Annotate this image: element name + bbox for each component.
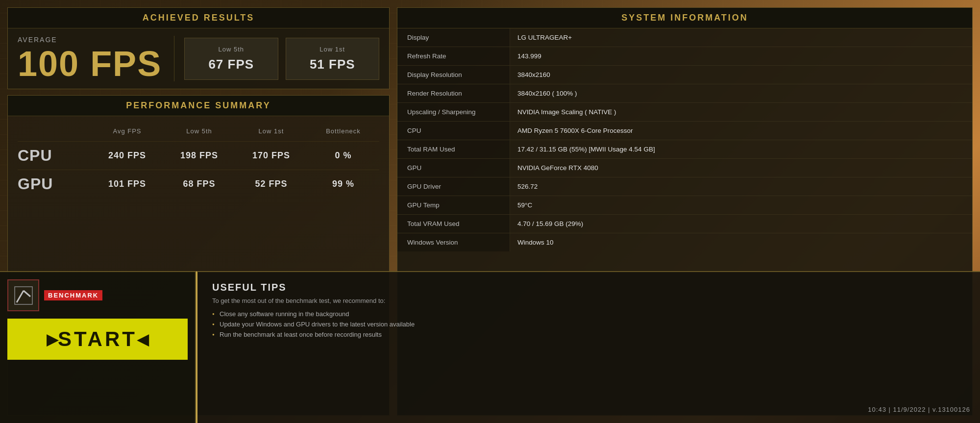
low5th-box: Low 5th 67 FPS	[184, 38, 278, 80]
tips-list: Close any software running in the backgr…	[212, 310, 965, 338]
benchmark-logo-area: BENCHMARK	[7, 279, 188, 311]
low1st-label: Low 1st	[296, 46, 369, 53]
gpu-label: GPU	[18, 175, 91, 193]
cpu-low1: 170 FPS	[235, 150, 307, 161]
sysinfo-row-ram: Total RAM Used 17.42 / 31.15 GB (55%) [M…	[397, 140, 972, 159]
sysinfo-row-upscaling: Upscaling / Sharpening NVIDIA Image Scal…	[397, 103, 972, 122]
benchmark-icon	[7, 279, 39, 311]
gpu-low5: 68 FPS	[163, 179, 235, 189]
sysinfo-val-cpu: AMD Ryzen 5 7600X 6-Core Processor	[510, 122, 972, 140]
sysinfo-row-cpu: CPU AMD Ryzen 5 7600X 6-Core Processor	[397, 122, 972, 140]
start-label: START	[58, 327, 137, 351]
sysinfo-key-ram: Total RAM Used	[397, 140, 510, 158]
sysinfo-val-ram: 17.42 / 31.15 GB (55%) [MWII Usage 4.54 …	[510, 140, 972, 158]
tip-1: Close any software running in the backgr…	[212, 310, 965, 318]
start-arrow-left: ▶	[47, 331, 58, 348]
achieved-results-content: AVERAGE 100 FPS Low 5th 67 FPS Low 1st 5…	[8, 28, 389, 89]
sysinfo-key-display: Display	[397, 28, 510, 47]
sysinfo-val-render-res: 3840x2160 ( 100% )	[510, 84, 972, 102]
benchmark-logo-svg	[14, 286, 33, 305]
sysinfo-key-gpu-driver: GPU Driver	[397, 177, 510, 196]
low5th-value: 67 FPS	[195, 57, 268, 72]
sysinfo-key-refresh: Refresh Rate	[397, 47, 510, 65]
sysinfo-key-windows: Windows Version	[397, 233, 510, 251]
footer-date: 11/9/2022	[893, 406, 926, 413]
bottom-bar: BENCHMARK ▶ START ◀ USEFUL TIPS To get t…	[0, 271, 980, 423]
useful-tips-area: USEFUL TIPS To get the most out of the b…	[196, 271, 980, 423]
footer-separator1: |	[889, 406, 893, 413]
sysinfo-key-display-res: Display Resolution	[397, 66, 510, 84]
system-information-title: SYSTEM INFORMATION	[621, 13, 748, 23]
sysinfo-val-upscaling: NVIDIA Image Scaling ( NATIVE )	[510, 103, 972, 121]
fps-boxes: Low 5th 67 FPS Low 1st 51 FPS	[184, 38, 379, 80]
sysinfo-val-windows: Windows 10	[510, 233, 972, 251]
cpu-low5: 198 FPS	[163, 150, 235, 161]
performance-row-cpu: CPU 240 FPS 198 FPS 170 FPS 0 %	[18, 141, 379, 170]
svg-line-1	[17, 291, 24, 302]
footer-separator2: |	[928, 406, 932, 413]
low1st-box: Low 1st 51 FPS	[286, 38, 380, 80]
performance-summary-content: PERFORMANCE SUMMARY Avg FPS Low 5th Low …	[8, 96, 389, 205]
sysinfo-key-gpu-temp: GPU Temp	[397, 196, 510, 214]
sysinfo-row-gpu-driver: GPU Driver 526.72	[397, 177, 972, 196]
svg-line-2	[24, 291, 30, 297]
sysinfo-row-vram: Total VRAM Used 4.70 / 15.69 GB (29%)	[397, 215, 972, 233]
average-label: AVERAGE	[18, 36, 164, 44]
sysinfo-row-gpu: GPU NVIDIA GeForce RTX 4080	[397, 159, 972, 177]
sysinfo-row-windows: Windows Version Windows 10	[397, 233, 972, 251]
benchmark-sidebar: BENCHMARK ▶ START ◀	[0, 271, 196, 423]
useful-tips-title: USEFUL TIPS	[212, 282, 965, 293]
footer-time: 10:43	[868, 406, 886, 413]
footer-version: v.13100126	[932, 406, 970, 413]
sysinfo-key-cpu: CPU	[397, 122, 510, 140]
col-bottleneck: Bottleneck	[307, 127, 379, 135]
sysinfo-val-display: LG ULTRAGEAR+	[510, 28, 972, 47]
col-low1: Low 1st	[235, 127, 307, 135]
gpu-avg-fps: 101 FPS	[91, 179, 163, 189]
achieved-results-panel: ACHIEVED RESULTS AVERAGE 100 FPS Low 5th…	[7, 7, 390, 89]
performance-summary-title: PERFORMANCE SUMMARY	[126, 100, 270, 110]
performance-table-header: Avg FPS Low 5th Low 1st Bottleneck	[18, 124, 379, 139]
col-low5: Low 5th	[163, 127, 235, 135]
sysinfo-row-render-res: Render Resolution 3840x2160 ( 100% )	[397, 84, 972, 103]
average-fps-value: 100 FPS	[18, 46, 164, 81]
sysinfo-val-vram: 4.70 / 15.69 GB (29%)	[510, 215, 972, 233]
sysinfo-key-vram: Total VRAM Used	[397, 215, 510, 233]
cpu-bottleneck: 0 %	[307, 150, 379, 161]
achieved-results-header: ACHIEVED RESULTS	[8, 8, 389, 28]
tip-3: Run the benchmark at least once before r…	[212, 331, 965, 338]
system-information-header: SYSTEM INFORMATION	[397, 8, 972, 28]
achieved-results-title: ACHIEVED RESULTS	[143, 13, 255, 23]
sysinfo-key-gpu: GPU	[397, 159, 510, 177]
gpu-low1: 52 FPS	[235, 179, 307, 189]
sysinfo-val-refresh: 143.999	[510, 47, 972, 65]
performance-table: Avg FPS Low 5th Low 1st Bottleneck CPU 2…	[8, 116, 389, 205]
sysinfo-row-refresh: Refresh Rate 143.999	[397, 47, 972, 66]
gpu-bottleneck: 99 %	[307, 179, 379, 189]
sysinfo-val-gpu: NVIDIA GeForce RTX 4080	[510, 159, 972, 177]
benchmark-badge: BENCHMARK	[44, 290, 102, 300]
sysinfo-row-gpu-temp: GPU Temp 59°C	[397, 196, 972, 215]
footer-info: 10:43 | 11/9/2022 | v.13100126	[868, 406, 970, 413]
cpu-label: CPU	[18, 147, 91, 165]
start-arrow-right: ◀	[137, 331, 148, 348]
low5th-label: Low 5th	[195, 46, 268, 53]
sysinfo-row-display-res: Display Resolution 3840x2160	[397, 66, 972, 84]
sysinfo-val-display-res: 3840x2160	[510, 66, 972, 84]
sysinfo-val-gpu-driver: 526.72	[510, 177, 972, 196]
sysinfo-row-display: Display LG ULTRAGEAR+	[397, 28, 972, 47]
performance-row-gpu: GPU 101 FPS 68 FPS 52 FPS 99 %	[18, 170, 379, 198]
col-avg-fps: Avg FPS	[91, 127, 163, 135]
tip-2: Update your Windows and GPU drivers to t…	[212, 321, 965, 328]
sysinfo-key-upscaling: Upscaling / Sharpening	[397, 103, 510, 121]
useful-tips-subtitle: To get the most out of the benchmark tes…	[212, 297, 965, 304]
low1st-value: 51 FPS	[296, 57, 369, 72]
sysinfo-val-gpu-temp: 59°C	[510, 196, 972, 214]
sysinfo-key-render-res: Render Resolution	[397, 84, 510, 102]
performance-summary-header: PERFORMANCE SUMMARY	[8, 96, 389, 116]
average-fps-block: AVERAGE 100 FPS	[18, 36, 174, 81]
cpu-avg-fps: 240 FPS	[91, 150, 163, 161]
start-button[interactable]: ▶ START ◀	[7, 319, 188, 360]
